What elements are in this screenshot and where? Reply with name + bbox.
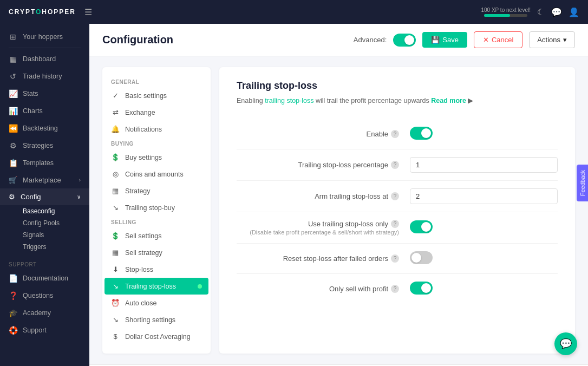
nav-item-trailing-stop-loss[interactable]: ↘ Trailing stop-loss xyxy=(104,278,208,295)
reset-stoploss-toggle[interactable] xyxy=(410,251,433,264)
trailing-buy-icon: ↘ xyxy=(111,204,120,212)
only-sell-profit-control xyxy=(410,282,558,296)
sell-settings-icon: 💲 xyxy=(111,232,120,240)
only-sell-profit-toggle-thumb xyxy=(421,283,431,293)
nav-item-auto-close[interactable]: ⏰ Auto close xyxy=(102,295,211,311)
dca-icon: $ xyxy=(111,332,120,341)
sidebar-item-templates[interactable]: 📋 Templates xyxy=(0,154,89,172)
nav-item-stop-loss[interactable]: ⬇ Stop-loss xyxy=(102,261,211,278)
reset-stoploss-label: Reset stop-loss after failed orders ? xyxy=(237,254,410,263)
arm-tsl-label: Arm trailing stop-loss at ? xyxy=(237,192,410,200)
enable-toggle[interactable] xyxy=(410,127,433,140)
sidebar-label-trade-history: Trade history xyxy=(23,73,62,80)
nav-label-trailing-stop-loss: Trailing stop-loss xyxy=(125,283,176,290)
enable-control xyxy=(410,127,558,141)
sidebar-label-dashboard: Dashboard xyxy=(23,55,56,63)
arm-tsl-control xyxy=(410,188,558,204)
main-layout: ⊞ Your hoppers ▦ Dashboard ↺ Trade histo… xyxy=(0,24,588,366)
topbar-right: 100 XP to next level! ☾ 💬 👤 xyxy=(481,7,579,17)
sidebar-item-config[interactable]: ⚙ Config ∨ xyxy=(0,188,89,205)
reset-stoploss-info-icon[interactable]: ? xyxy=(391,254,399,263)
notifications-icon[interactable]: 💬 xyxy=(551,7,562,17)
sidebar-label-support: Support xyxy=(23,326,47,334)
nav-item-notifications[interactable]: 🔔 Notifications xyxy=(102,121,211,138)
topbar: CRYPTOHOPPER ☰ 100 XP to next level! ☾ 💬… xyxy=(0,0,588,24)
sidebar-item-questions[interactable]: ❓ Questions xyxy=(0,287,89,304)
cancel-button[interactable]: ✕ Cancel xyxy=(474,31,522,48)
only-sell-profit-toggle[interactable] xyxy=(410,282,433,295)
sidebar-item-documentation[interactable]: 📄 Documentation xyxy=(0,270,89,287)
nav-item-strategy[interactable]: ▦ Strategy xyxy=(102,182,211,199)
nav-item-basic-settings[interactable]: ✓ Basic settings xyxy=(102,87,211,104)
settings-panel: Trailing stop-loss Enabling trailing sto… xyxy=(219,67,575,354)
nav-label-exchange: Exchange xyxy=(125,109,155,116)
arm-tsl-info-icon[interactable]: ? xyxy=(391,192,399,200)
arm-tsl-input[interactable] xyxy=(410,188,558,204)
sidebar-item-backtesting[interactable]: ⏪ Backtesting xyxy=(0,120,89,137)
templates-icon: 📋 xyxy=(9,159,17,167)
setting-row-only-sell-profit: Only sell with profit ? xyxy=(237,274,558,304)
enable-info-icon[interactable]: ? xyxy=(391,130,399,138)
theme-toggle-icon[interactable]: ☾ xyxy=(537,7,545,17)
sidebar-item-marketplace[interactable]: 🛒 Marketplace › xyxy=(0,172,89,188)
config-left: ⚙ Config xyxy=(9,193,41,201)
nav-item-exchange[interactable]: ⇄ Exchange xyxy=(102,104,211,121)
feedback-button[interactable]: Feedback xyxy=(577,165,588,201)
nav-item-sell-settings[interactable]: 💲 Sell settings xyxy=(102,227,211,244)
nav-item-trailing-stop-buy[interactable]: ↘ Trailing stop-buy xyxy=(102,199,211,216)
sidebar-subitem-baseconfig[interactable]: Baseconfig xyxy=(0,205,89,217)
buy-settings-icon: 💲 xyxy=(111,153,120,161)
nav-label-basic-settings: Basic settings xyxy=(125,92,167,100)
nav-label-shorting-settings: Shorting settings xyxy=(125,316,175,324)
use-tsl-only-info-icon[interactable]: ? xyxy=(391,220,399,228)
hamburger-menu[interactable]: ☰ xyxy=(84,7,92,17)
sidebar-subitem-triggers[interactable]: Triggers xyxy=(0,241,89,253)
tsl-percentage-info-icon[interactable]: ? xyxy=(391,161,399,169)
nav-item-shorting-settings[interactable]: ↘ Shorting settings xyxy=(102,311,211,328)
nav-item-buy-settings[interactable]: 💲 Buy settings xyxy=(102,149,211,166)
chat-button[interactable]: 💬 xyxy=(554,332,577,355)
sidebar-item-trade-history[interactable]: ↺ Trade history xyxy=(0,68,89,85)
topbar-left: CRYPTOHOPPER ☰ xyxy=(9,7,92,17)
marketplace-arrow-icon: › xyxy=(79,177,81,183)
sidebar-item-your-hoppers[interactable]: ⊞ Your hoppers xyxy=(0,28,89,45)
use-tsl-only-toggle[interactable] xyxy=(410,220,433,233)
setting-row-arm-tsl: Arm trailing stop-loss at ? xyxy=(237,181,558,212)
cancel-label: Cancel xyxy=(492,36,513,44)
nav-label-sell-settings: Sell settings xyxy=(125,232,161,240)
sidebar-label-stats: Stats xyxy=(23,90,38,97)
marketplace-icon: 🛒 xyxy=(9,176,17,184)
sidebar-subitem-config-pools[interactable]: Config Pools xyxy=(0,217,89,229)
advanced-toggle[interactable] xyxy=(393,34,416,47)
sidebar-item-academy[interactable]: 🎓 Academy xyxy=(0,304,89,322)
trailing-stoploss-link[interactable]: trailing stop-loss xyxy=(265,97,313,104)
xp-bar-fill xyxy=(484,14,510,17)
cancel-icon: ✕ xyxy=(483,36,489,44)
nav-item-dca[interactable]: $ Dollar Cost Averaging xyxy=(102,328,211,345)
sidebar-item-dashboard[interactable]: ▦ Dashboard xyxy=(0,50,89,68)
actions-button[interactable]: Actions ▾ xyxy=(529,31,575,48)
sidebar-item-strategies[interactable]: ⚙ Strategies xyxy=(0,137,89,154)
sidebar-subitem-signals[interactable]: Signals xyxy=(0,229,89,241)
sidebar-label-your-hoppers: Your hoppers xyxy=(23,33,63,41)
tsl-percentage-control xyxy=(410,157,558,173)
sidebar-label-academy: Academy xyxy=(23,309,51,317)
sidebar-label-templates: Templates xyxy=(23,159,54,167)
tsl-percentage-input[interactable] xyxy=(410,157,558,173)
use-tsl-only-label: Use trailing stop-loss only ? (Disable t… xyxy=(237,220,410,236)
user-menu-icon[interactable]: 👤 xyxy=(569,7,579,17)
sidebar-item-support[interactable]: 🛟 Support xyxy=(0,322,89,339)
nav-item-coins-amounts[interactable]: ◎ Coins and amounts xyxy=(102,166,211,182)
sidebar-label-config: Config xyxy=(21,193,41,201)
read-more-link[interactable]: Read more xyxy=(431,97,466,104)
bell-icon: 🔔 xyxy=(111,125,120,133)
setting-row-tsl-percentage: Trailing stop-loss percentage ? xyxy=(237,149,558,181)
nav-item-sell-strategy[interactable]: ▦ Sell strategy xyxy=(102,244,211,261)
only-sell-profit-info-icon[interactable]: ? xyxy=(391,285,399,293)
sidebar-item-stats[interactable]: 📈 Stats xyxy=(0,85,89,102)
config-icon: ⚙ xyxy=(9,193,15,201)
save-button[interactable]: 💾 Save xyxy=(422,32,467,48)
nav-label-notifications: Notifications xyxy=(125,126,162,133)
questions-icon: ❓ xyxy=(9,291,17,300)
sidebar-item-charts[interactable]: 📊 Charts xyxy=(0,102,89,120)
